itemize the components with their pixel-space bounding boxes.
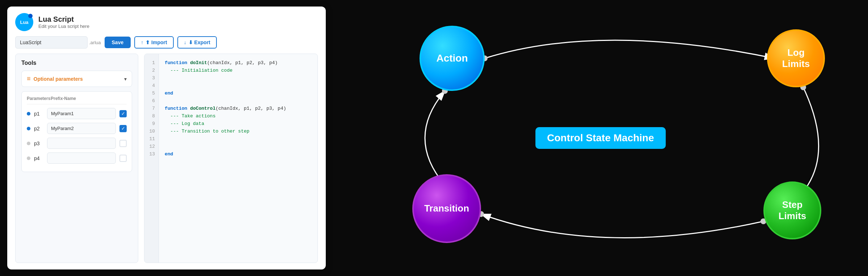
tools-title: Tools	[21, 60, 132, 66]
param-checkbox-p3[interactable]	[119, 140, 127, 147]
param-input-p4[interactable]	[47, 152, 116, 164]
step-label: StepLimits	[779, 199, 806, 222]
param-dot-p4	[27, 156, 30, 160]
param-label-p4: p4	[34, 155, 43, 161]
code-editor[interactable]: 12345678910111213 function doInit(chanId…	[144, 54, 318, 263]
header-text: Lua Script Edit your Lua script here	[38, 15, 89, 29]
param-label-p3: p3	[34, 141, 43, 146]
editor-panel: Lua Lua Script Edit your Lua script here…	[7, 7, 326, 269]
line-numbers: 12345678910111213	[144, 54, 159, 263]
param-dot-p1	[27, 112, 30, 116]
toolbar: .arlua Save ↑ ⬆ Import ↓ ⬇ Export	[15, 36, 318, 49]
param-label-p1: p1	[34, 111, 43, 117]
param-checkbox-p1[interactable]: ✓	[119, 110, 127, 117]
export-label: ⬇ Export	[189, 39, 210, 45]
node-step: StepLimits	[763, 181, 821, 239]
state-machine-diagram: Action LogLimits Control State Machine T…	[347, 11, 854, 265]
list-icon: ≡	[27, 75, 31, 83]
right-panel: Action LogLimits Control State Machine T…	[333, 0, 868, 276]
filename-input[interactable]	[15, 36, 88, 49]
param-input-p3[interactable]	[47, 138, 116, 149]
main-content: Tools ≡ Optional parameters ▾ Parameters…	[15, 54, 318, 263]
param-checkbox-p4[interactable]	[119, 155, 127, 162]
node-transition: Transition	[412, 174, 481, 243]
param-input-p2[interactable]	[47, 123, 116, 134]
csm-label: Control State Machine	[535, 127, 666, 149]
import-icon: ↑	[141, 39, 143, 45]
lua-logo: Lua	[15, 13, 33, 31]
save-button[interactable]: Save	[105, 37, 131, 48]
optional-params-header[interactable]: ≡ Optional parameters ▾	[21, 71, 132, 87]
param-input-p1[interactable]	[47, 108, 116, 119]
code-lines: 12345678910111213 function doInit(chanId…	[144, 54, 317, 263]
extension-label: .arlua	[89, 40, 101, 45]
param-row-p3: p3	[27, 138, 127, 149]
chevron-down-icon: ▾	[124, 76, 127, 82]
tools-panel: Tools ≡ Optional parameters ▾ Parameters…	[15, 54, 138, 263]
param-row-p2: p2 ✓	[27, 123, 127, 134]
param-checkbox-p2[interactable]: ✓	[119, 125, 127, 132]
col-param-header: Parameters	[27, 96, 45, 101]
transition-label: Transition	[424, 203, 469, 214]
action-label: Action	[436, 52, 468, 64]
param-dot-p3	[27, 142, 30, 145]
param-dot-p2	[27, 127, 30, 130]
import-label: ⬆ Import	[146, 39, 167, 45]
param-row-p4: p4	[27, 152, 127, 164]
logo-text: Lua	[20, 20, 28, 25]
param-label-p2: p2	[34, 126, 43, 131]
export-icon: ↓	[184, 39, 186, 45]
col-prefix-header: Prefix-Name	[51, 96, 76, 101]
app-title: Lua Script	[38, 15, 89, 24]
optional-params-left: ≡ Optional parameters	[27, 75, 83, 83]
header: Lua Lua Script Edit your Lua script here	[15, 13, 318, 31]
log-label: LogLimits	[782, 47, 810, 70]
node-action: Action	[420, 26, 485, 91]
node-log: LogLimits	[767, 29, 825, 87]
params-table-header: Parameters Prefix-Name	[27, 96, 127, 104]
params-table: Parameters Prefix-Name p1 ✓ p2 ✓	[21, 91, 132, 172]
export-button[interactable]: ↓ ⬇ Export	[177, 36, 217, 49]
optional-params-label: Optional parameters	[34, 76, 83, 82]
param-row-p1: p1 ✓	[27, 108, 127, 119]
app-subtitle: Edit your Lua script here	[38, 24, 89, 29]
import-button[interactable]: ↑ ⬆ Import	[134, 36, 173, 49]
code-content[interactable]: function doInit(chanIdx, p1, p2, p3, p4)…	[159, 54, 317, 263]
